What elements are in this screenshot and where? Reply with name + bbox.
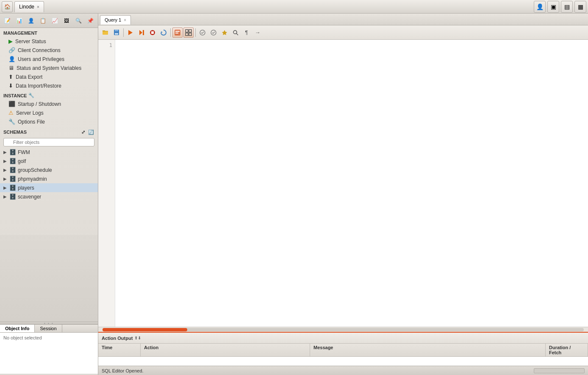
find-btn[interactable] (230, 28, 241, 38)
data-export-label: Data Export (16, 74, 42, 80)
format-btn[interactable]: ¶ (241, 28, 252, 38)
col-time: Time (98, 344, 141, 356)
sidebar-item-data-import[interactable]: ⬇ Data Import/Restore (0, 81, 98, 90)
layout2-icon: ▤ (564, 3, 570, 10)
svg-marker-11 (161, 31, 163, 33)
execute-selection-icon (138, 29, 145, 36)
performance-icon: 📈 (52, 18, 58, 24)
schema-item-players[interactable]: ▶ 🗄️ players (0, 183, 98, 192)
server-status-icon: ▶ (8, 38, 13, 44)
options-file-label: Options File (18, 119, 45, 125)
action-output-dropdown[interactable]: Action Output ⬆⬇ (102, 336, 141, 341)
object-info-tab[interactable]: Object Info (0, 325, 35, 332)
client-connections-icon: 🔗 (8, 47, 15, 53)
linode-tab[interactable]: Linode × (14, 1, 44, 12)
sync-btn[interactable]: 📌 (85, 15, 96, 26)
schemas-expand-btn[interactable]: ⤢ (80, 129, 86, 135)
table-data-btn[interactable]: 📋 (37, 15, 48, 26)
svg-rect-5 (115, 33, 118, 35)
search-panel-btn[interactable]: 🔍 (73, 15, 84, 26)
execute-selection-btn[interactable] (136, 28, 147, 38)
schema-item-fwm[interactable]: ▶ 🗄️ FWM (0, 148, 98, 157)
startup-icon: ⬛ (8, 101, 15, 107)
tab-label: Linode (19, 4, 34, 10)
h-scrollbar-track (103, 328, 584, 331)
sql-editor[interactable] (115, 40, 588, 327)
open-file-icon (102, 29, 109, 36)
svg-rect-10 (151, 31, 154, 34)
h-scrollbar-area[interactable] (98, 327, 588, 332)
workbench-icon: 🖼 (64, 18, 69, 24)
stop-execution-btn[interactable] (147, 28, 158, 38)
tab-close-icon[interactable]: × (37, 5, 39, 9)
action-output-label: Action Output (102, 336, 133, 341)
col-action: Action (141, 344, 310, 356)
schema-item-phpmyadmin[interactable]: ▶ 🗄️ phpmyadmin (0, 174, 98, 183)
explain-btn[interactable]: → (252, 28, 263, 38)
query1-close-icon[interactable]: × (124, 18, 126, 22)
sidebar-item-startup-shutdown[interactable]: ⬛ Startup / Shutdown (0, 99, 98, 108)
h-scrollbar-thumb[interactable] (103, 328, 187, 331)
output-table-header: Time Action Message Duration / Fetch (98, 344, 588, 357)
refresh-btn[interactable] (158, 28, 169, 38)
sidebar-item-client-connections[interactable]: 🔗 Client Connections (0, 46, 98, 55)
golf-arrow: ▶ (3, 159, 8, 163)
col-time-label: Time (102, 345, 112, 350)
workbench-btn[interactable]: 🖼 (61, 15, 72, 26)
query1-tab[interactable]: Query 1 × (100, 15, 131, 25)
open-file-btn[interactable] (100, 28, 111, 38)
sql-editor-btn[interactable]: 📝 (2, 15, 13, 26)
status-bar: SQL Editor Opened. (98, 366, 588, 375)
filter-input[interactable] (3, 138, 94, 146)
verify-btn[interactable] (197, 28, 208, 38)
layout2-button[interactable]: ▤ (561, 1, 573, 13)
wizard-btn[interactable] (219, 28, 230, 38)
no-object-text: No object selected (3, 335, 42, 340)
schema-item-groupschedule[interactable]: ▶ 🗄️ groupSchedule (0, 165, 98, 174)
sidebar-item-data-export[interactable]: ⬆ Data Export (0, 72, 98, 81)
toggle-action-output-btn[interactable] (172, 28, 183, 38)
phpmyadmin-arrow: ▶ (3, 176, 8, 181)
schema-item-scavenger[interactable]: ▶ 🗄️ scavenger (0, 192, 98, 201)
groupschedule-label: groupSchedule (18, 167, 52, 173)
layout1-button[interactable]: ▣ (547, 1, 559, 13)
toolbar-sep-3 (195, 28, 196, 37)
startup-shutdown-label: Startup / Shutdown (18, 101, 61, 107)
performance-btn[interactable]: 📈 (49, 15, 60, 26)
filter-container: 🔍 (0, 137, 98, 148)
sidebar-item-options-file[interactable]: 🔧 Options File (0, 117, 98, 126)
layout3-button[interactable]: ▦ (574, 1, 586, 13)
admin-button[interactable]: 👤 (534, 1, 546, 13)
save-file-icon (113, 29, 120, 36)
svg-rect-18 (189, 33, 191, 36)
content-area: Query 1 × (98, 14, 588, 375)
verify2-icon (210, 29, 217, 36)
execute-btn[interactable] (125, 28, 136, 38)
admin-icon: 👤 (536, 3, 544, 10)
sync-icon: 📌 (87, 18, 94, 24)
verify2-btn[interactable] (208, 28, 219, 38)
svg-marker-6 (128, 30, 133, 35)
sidebar-item-server-logs[interactable]: ⚠ Server Logs (0, 108, 98, 117)
schema-inspector-btn[interactable]: 👤 (25, 15, 36, 26)
save-file-btn[interactable] (111, 28, 122, 38)
session-tab[interactable]: Session (35, 325, 62, 332)
schemas-refresh-btn[interactable]: 🔄 (88, 129, 94, 135)
sidebar-item-status-variables[interactable]: 🖥 Status and System Variables (0, 63, 98, 72)
editor-wrapper: 1 (98, 40, 588, 327)
svg-line-22 (236, 33, 238, 35)
home-button[interactable]: 🏠 (2, 1, 13, 12)
expand-icon: ⤢ (81, 130, 85, 135)
query-editor-btn[interactable]: 📊 (14, 15, 25, 26)
sidebar-item-server-status[interactable]: ▶ Server Status (0, 37, 98, 46)
grid-view-btn[interactable] (183, 28, 194, 38)
groupschedule-arrow: ▶ (3, 168, 8, 172)
toolbar-sep-1 (123, 28, 124, 37)
groupschedule-db-icon: 🗄️ (9, 167, 16, 173)
scavenger-arrow: ▶ (3, 194, 8, 199)
sidebar-item-users-privileges[interactable]: 👤 Users and Privileges (0, 55, 98, 63)
sidebar: 📝 📊 👤 📋 📈 🖼 🔍 (0, 14, 98, 375)
schema-item-golf[interactable]: ▶ 🗄️ golf (0, 157, 98, 165)
toolbar-sep-2 (170, 28, 171, 37)
refresh-icon (160, 29, 167, 36)
